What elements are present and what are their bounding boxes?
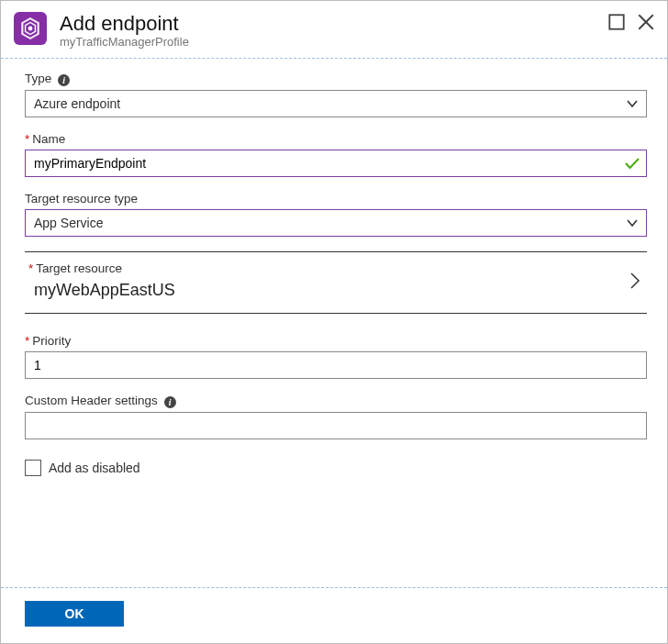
panel-subtitle: myTrafficManagerProfile	[60, 35, 608, 49]
add-as-disabled-checkbox[interactable]: Add as disabled	[25, 460, 647, 476]
target-resource-label: *Target resource	[28, 261, 629, 275]
add-endpoint-panel: Add endpoint myTrafficManagerProfile Typ…	[0, 0, 668, 644]
header-titles: Add endpoint myTrafficManagerProfile	[60, 12, 608, 49]
chevron-down-icon	[626, 97, 639, 110]
chevron-right-icon	[629, 272, 641, 290]
add-as-disabled-label: Add as disabled	[49, 461, 140, 475]
name-label-text: Name	[32, 132, 65, 146]
divider	[25, 313, 647, 314]
priority-label: *Priority	[25, 334, 647, 348]
required-indicator: *	[28, 261, 33, 275]
form-body: Type i Azure endpoint *Name	[1, 59, 667, 587]
ok-button[interactable]: OK	[25, 601, 124, 627]
chevron-down-icon	[626, 217, 639, 229]
type-label-text: Type	[25, 72, 51, 85]
custom-header-field: Custom Header settings i	[25, 394, 647, 439]
priority-field: *Priority	[25, 334, 647, 379]
window-controls	[608, 12, 654, 30]
custom-header-label-text: Custom Header settings	[25, 394, 158, 407]
type-label: Type i	[25, 72, 647, 86]
custom-header-input[interactable]	[25, 412, 647, 439]
target-resource-type-field: Target resource type App Service	[25, 192, 647, 237]
target-resource-type-value: App Service	[34, 216, 103, 230]
traffic-manager-icon	[14, 12, 47, 45]
info-icon[interactable]: i	[58, 74, 70, 86]
svg-point-2	[28, 27, 33, 31]
custom-header-label: Custom Header settings i	[25, 394, 647, 408]
svg-rect-3	[609, 15, 623, 28]
name-label: *Name	[25, 132, 647, 146]
target-resource-value: myWebAppEastUS	[28, 281, 629, 300]
target-resource-type-label: Target resource type	[25, 192, 647, 205]
name-input[interactable]	[25, 150, 647, 177]
priority-input[interactable]	[25, 351, 647, 379]
checkmark-icon	[625, 157, 640, 170]
required-indicator: *	[25, 334, 29, 348]
info-icon[interactable]: i	[164, 396, 176, 408]
name-input-wrap	[25, 150, 647, 177]
target-resource-type-label-text: Target resource type	[25, 192, 138, 205]
target-resource-label-text: Target resource	[36, 261, 122, 275]
type-select-value: Azure endpoint	[34, 96, 120, 111]
panel-footer: OK	[1, 587, 667, 643]
panel-header: Add endpoint myTrafficManagerProfile	[1, 1, 667, 59]
target-resource-text: *Target resource myWebAppEastUS	[28, 261, 629, 300]
panel-title: Add endpoint	[60, 12, 608, 35]
close-button[interactable]	[638, 14, 654, 30]
target-resource-type-select[interactable]: App Service	[25, 209, 647, 237]
priority-label-text: Priority	[32, 334, 71, 348]
maximize-button[interactable]	[608, 14, 625, 30]
target-resource-picker[interactable]: *Target resource myWebAppEastUS	[25, 252, 647, 313]
type-select[interactable]: Azure endpoint	[25, 90, 647, 117]
type-field: Type i Azure endpoint	[25, 72, 647, 117]
target-resource-field: *Target resource myWebAppEastUS	[25, 251, 647, 314]
name-field: *Name	[25, 132, 647, 177]
required-indicator: *	[25, 132, 29, 146]
checkbox-box	[25, 460, 41, 476]
